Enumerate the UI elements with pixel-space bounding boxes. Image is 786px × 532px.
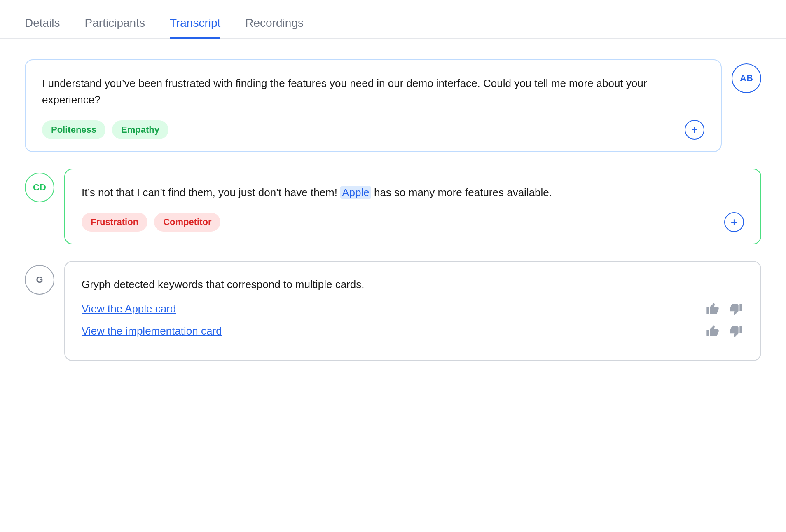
add-tag-button-1[interactable]: + [685, 120, 704, 140]
plus-icon-2: + [731, 216, 737, 229]
thumbup-icon-2 [706, 325, 719, 338]
view-apple-card-link[interactable]: View the Apple card [82, 302, 176, 315]
thumbup-button-1[interactable] [704, 301, 721, 317]
bubble-footer-1: Politeness Empathy + [42, 120, 704, 140]
bubble-text-1: I understand you’ve been frustrated with… [42, 75, 704, 108]
gryph-link-row-2: View the implementation card [82, 323, 744, 340]
thumbdown-button-1[interactable] [728, 301, 744, 317]
tab-transcript[interactable]: Transcript [170, 16, 220, 39]
bubble-text-2: It’s not that I can’t find them, you jus… [82, 184, 744, 201]
tab-details[interactable]: Details [25, 16, 60, 39]
bubble-3: Gryph detected keywords that correspond … [64, 261, 761, 361]
view-implementation-card-link[interactable]: View the implementation card [82, 325, 222, 337]
bubble-1: I understand you’ve been frustrated with… [25, 59, 722, 152]
message-1: I understand you’ve been frustrated with… [25, 59, 761, 152]
text-after-highlight: has so many more features available. [371, 186, 552, 199]
tab-recordings[interactable]: Recordings [245, 16, 304, 39]
message-2: CD It’s not that I can’t find them, you … [25, 169, 761, 244]
tag-politeness[interactable]: Politeness [42, 120, 105, 139]
tab-participants[interactable]: Participants [85, 16, 145, 39]
add-tag-button-2[interactable]: + [724, 212, 744, 232]
tag-empathy[interactable]: Empathy [112, 120, 168, 139]
thumbup-icon-1 [706, 302, 719, 316]
tags-2: Frustration Competitor [82, 213, 220, 232]
avatar-ab: AB [732, 63, 761, 93]
bubble-2: It’s not that I can’t find them, you jus… [64, 169, 761, 244]
thumbdown-icon-1 [729, 302, 742, 316]
tags-1: Politeness Empathy [42, 120, 168, 139]
thumbup-button-2[interactable] [704, 323, 721, 340]
gryph-link-row-1: View the Apple card [82, 301, 744, 317]
tab-bar: Details Participants Transcript Recordin… [0, 0, 786, 39]
tag-frustration[interactable]: Frustration [82, 213, 147, 232]
bubble-footer-2: Frustration Competitor + [82, 212, 744, 232]
text-before-highlight: It’s not that I can’t find them, you jus… [82, 186, 340, 199]
thumb-btns-1 [704, 301, 744, 317]
avatar-cd: CD [25, 173, 54, 202]
thumb-btns-2 [704, 323, 744, 340]
thumbdown-button-2[interactable] [728, 323, 744, 340]
thumbdown-icon-2 [729, 325, 742, 338]
gryph-intro-text: Gryph detected keywords that correspond … [82, 277, 744, 293]
message-3: G Gryph detected keywords that correspon… [25, 261, 761, 361]
tag-competitor[interactable]: Competitor [154, 213, 220, 232]
messages-area: I understand you’ve been frustrated with… [0, 59, 786, 361]
avatar-g: G [25, 265, 54, 295]
highlighted-word-apple: Apple [340, 186, 371, 199]
plus-icon-1: + [691, 123, 698, 136]
